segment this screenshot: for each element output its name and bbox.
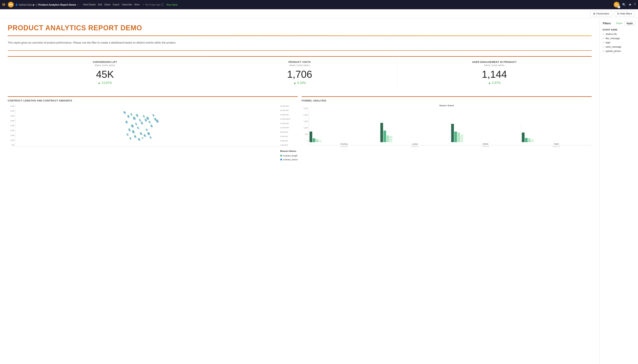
search-icon[interactable]: 🔍 bbox=[622, 3, 626, 6]
help-icon[interactable]: ? bbox=[634, 3, 636, 6]
bar-laptop-4 bbox=[390, 136, 392, 142]
svg-point-36 bbox=[126, 122, 128, 124]
sidebar-filters: Filters Reset Apply EVENT NAME ✓ (Select… bbox=[599, 18, 638, 364]
funnel-bars-row bbox=[309, 108, 592, 142]
funnel-chart-panel: FUNNEL ANALYSIS Device / Event 2,500 2,0… bbox=[302, 96, 592, 161]
svg-point-35 bbox=[140, 120, 141, 122]
nav-actions: View Details Edit Share Export Subscribe… bbox=[83, 3, 140, 6]
hide-filters-label: Hide filters bbox=[620, 12, 632, 15]
parameters-button[interactable]: ⊞ Parameters bbox=[590, 11, 612, 16]
scatter-legend: Measure Names contract_length contract_a… bbox=[280, 148, 298, 161]
kpi-value-visits: 1,706 bbox=[206, 69, 393, 79]
report-title: PRODUCT ANALYTICS REPORT DEMO bbox=[8, 24, 592, 32]
funnel-y-axis: 2,500 2,000 1,500 1,000 500 0 bbox=[302, 108, 308, 142]
svg-point-38 bbox=[136, 124, 137, 126]
svg-point-52 bbox=[148, 133, 150, 135]
svg-point-32 bbox=[131, 114, 132, 116]
subscribe-link[interactable]: Subscribe bbox=[122, 3, 132, 6]
legend-dot-blue bbox=[280, 158, 282, 160]
kpi-change-visits: ▲ 6.16% bbox=[206, 81, 393, 85]
kpi-subtitle-engagement: WEEK OVER WEEK bbox=[401, 64, 588, 66]
filter-check-send-message: ✓ bbox=[603, 46, 604, 48]
kpi-card-conversion: CONVERSION LIFT WEEK OVER WEEK 45K ▲ 23.… bbox=[8, 56, 202, 89]
breadcrumb-user[interactable]: Nathan Bao bbox=[19, 3, 32, 6]
description-divider bbox=[8, 50, 592, 51]
svg-point-39 bbox=[141, 123, 143, 124]
filter-item-upload-picture[interactable]: ✓ upload_picture bbox=[603, 50, 635, 52]
svg-point-42 bbox=[138, 128, 139, 129]
kpi-row: CONVERSION LIFT WEEK OVER WEEK 45K ▲ 23.… bbox=[8, 56, 592, 89]
rp-avatar: RP ✎ bbox=[614, 2, 619, 8]
app-logo: M bbox=[2, 3, 5, 7]
bar-desktop-2 bbox=[313, 138, 315, 142]
toolbar: ⊞ Parameters ⊟ Hide filters bbox=[0, 9, 638, 18]
svg-point-45 bbox=[135, 136, 137, 138]
edit-link[interactable]: Edit bbox=[98, 3, 102, 6]
breadcrumb-separator: ▶ bbox=[33, 3, 35, 6]
hide-filters-button[interactable]: ⊟ Hide filters bbox=[614, 11, 635, 16]
svg-point-58 bbox=[157, 120, 159, 123]
star-icon[interactable]: ☆ bbox=[77, 3, 79, 6]
device-group-laptop bbox=[380, 123, 450, 142]
filter-item-send-message[interactable]: ✓ send_message bbox=[603, 46, 635, 48]
export-link[interactable]: Export bbox=[113, 3, 120, 6]
more-link[interactable]: More bbox=[135, 3, 140, 6]
kpi-title-visits: PRODUCT VISITS bbox=[206, 60, 393, 64]
svg-point-56 bbox=[153, 115, 155, 117]
svg-point-33 bbox=[133, 118, 136, 120]
filter-section-title: EVENT NAME bbox=[603, 28, 635, 31]
bar-desktop-3 bbox=[316, 139, 318, 142]
filter-item-login[interactable]: ✓ login bbox=[603, 41, 635, 44]
filter-label-login: login bbox=[605, 41, 610, 44]
filters-apply-button[interactable]: Apply bbox=[624, 21, 635, 26]
svg-point-55 bbox=[124, 112, 126, 114]
parameters-icon: ⊞ bbox=[593, 12, 595, 15]
filter-item-like-message[interactable]: ✓ like_message bbox=[603, 37, 635, 40]
breadcrumb-icon: ⬡ bbox=[36, 3, 38, 6]
bar-mobile-2 bbox=[454, 132, 457, 142]
run-now-button[interactable]: Run Now bbox=[167, 3, 178, 6]
svg-point-44 bbox=[127, 134, 129, 136]
kpi-card-engagement: USER ENGAGEMENT IN PRODUCT WEEK OVER WEE… bbox=[397, 56, 592, 89]
svg-point-40 bbox=[129, 129, 131, 131]
svg-point-34 bbox=[137, 115, 138, 117]
view-details-link[interactable]: View Details bbox=[83, 3, 96, 6]
device-group-mobile bbox=[450, 124, 521, 142]
legend-label-contract-amount: contract_amour bbox=[283, 158, 298, 161]
top-navigation: M MD 👤 Nathan Bao ▶ ⬡ Product Analytics … bbox=[0, 0, 638, 9]
add-icon[interactable]: ✚ bbox=[629, 3, 631, 6]
main-layout: PRODUCT ANALYTICS REPORT DEMO This repor… bbox=[0, 18, 638, 364]
share-link[interactable]: Share bbox=[104, 3, 110, 6]
kpi-title-conversion: CONVERSION LIFT bbox=[12, 60, 198, 64]
svg-point-60 bbox=[138, 139, 140, 141]
filter-check-select-all: ✓ bbox=[603, 33, 604, 36]
user-icon: 👤 bbox=[15, 4, 18, 6]
kpi-title-engagement: USER ENGAGEMENT IN PRODUCT bbox=[401, 60, 588, 64]
user-avatar: MD bbox=[8, 2, 14, 8]
filter-check-upload-picture: ✓ bbox=[603, 50, 604, 52]
bar-laptop-2 bbox=[383, 130, 386, 142]
breadcrumb: 👤 Nathan Bao ▶ ⬡ Product Analytics Repor… bbox=[15, 3, 79, 6]
device-label-tablet: Tablet bbox=[521, 143, 592, 145]
device-label-desktop: Desktop bbox=[309, 143, 380, 145]
bar-tablet-4 bbox=[531, 139, 534, 142]
legend-dot-green bbox=[280, 155, 282, 157]
funnel-chart-title: FUNNEL ANALYSIS bbox=[302, 99, 592, 102]
svg-point-59 bbox=[130, 138, 131, 140]
device-label-laptop: Laptop bbox=[380, 143, 450, 145]
run-time-label: Run 8 days ago bbox=[145, 4, 160, 6]
bar-mobile-3 bbox=[457, 132, 460, 142]
device-group-desktop bbox=[309, 132, 380, 142]
filter-item-select-all[interactable]: ✓ (Select All) bbox=[603, 33, 635, 36]
report-description: This report gives an overview of product… bbox=[8, 40, 592, 46]
breadcrumb-report-name[interactable]: Product Analytics Report Demo bbox=[39, 3, 76, 6]
svg-point-37 bbox=[131, 126, 134, 128]
svg-point-57 bbox=[155, 119, 157, 121]
filters-reset-button[interactable]: Reset bbox=[616, 22, 622, 25]
svg-point-51 bbox=[146, 130, 148, 131]
filter-label-like-message: like_message bbox=[605, 37, 620, 40]
svg-point-43 bbox=[140, 133, 142, 135]
scatter-svg bbox=[15, 104, 279, 147]
kpi-value-conversion: 45K bbox=[12, 69, 198, 79]
scatter-chart-panel: CONTRACT LENGTHS AND CONTRACT AMOUNTS 4,… bbox=[8, 96, 298, 161]
